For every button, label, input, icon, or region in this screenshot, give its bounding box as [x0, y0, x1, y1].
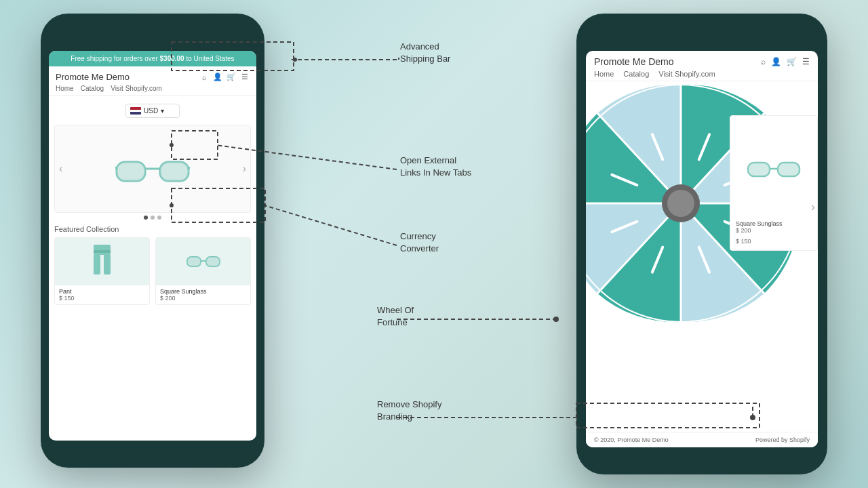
left-nav-icons: ⌕ 👤 🛒 ☰	[199, 73, 250, 82]
user-icon[interactable]: 👤	[213, 73, 222, 82]
side-product-price2: $ 150	[736, 238, 812, 245]
svg-line-51	[264, 205, 397, 245]
pant-info: Pant $ 150	[55, 285, 149, 304]
annotation-wheel: Wheel OfFortune	[377, 304, 414, 329]
side-sunglass-icon	[747, 155, 801, 185]
svg-rect-10	[94, 250, 111, 253]
sunglass-name: Square Sunglass	[160, 288, 246, 295]
left-phone-screen: Free shipping for orders over $300.00 to…	[49, 51, 256, 441]
left-nav-catalog[interactable]: Catalog	[81, 85, 104, 92]
currency-label: USD	[144, 107, 158, 115]
featured-title: Featured Collection	[54, 225, 251, 233]
product-grid: Pant $ 150 Sq	[54, 237, 251, 305]
svg-rect-41	[748, 163, 770, 176]
right-footer: © 2020, Promote Me Demo Powered by Shopi…	[586, 432, 818, 447]
right-nav-home[interactable]: Home	[594, 70, 614, 78]
right-phone: Promote Me Demo ⌕ 👤 🛒 ☰ Home Catalog Vis…	[576, 14, 827, 474]
shipping-bar: Free shipping for orders over $300.00 to…	[49, 51, 256, 66]
svg-rect-42	[778, 163, 800, 176]
cart-icon[interactable]: 🛒	[226, 73, 236, 82]
left-store-nav: Promote Me Demo ⌕ 👤 🛒 ☰ Home Catalog Vis…	[49, 66, 256, 96]
svg-rect-9	[104, 254, 111, 274]
annotation-currency-text: CurrencyConverter	[400, 230, 439, 255]
dot-3	[157, 216, 161, 220]
svg-rect-5	[117, 162, 145, 181]
product-carousel: ‹ ›	[54, 125, 251, 213]
right-store-name: Promote Me Demo	[594, 56, 673, 67]
sunglass-small-icon	[186, 251, 220, 272]
menu-icon[interactable]: ☰	[240, 73, 250, 82]
pants-icon	[90, 245, 114, 279]
sunglasses-main-icon	[115, 148, 190, 189]
carousel-prev[interactable]: ‹	[59, 163, 62, 175]
currency-converter[interactable]: USD ▾	[125, 104, 180, 118]
currency-chevron: ▾	[161, 107, 164, 115]
carousel-next[interactable]: ›	[243, 163, 246, 175]
left-store-name: Promote Me Demo	[56, 72, 130, 82]
annotation-shipping: AdvancedShipping Bar	[400, 41, 450, 65]
annotation-remove-branding: Remove ShopifyBranding	[377, 399, 441, 423]
svg-point-55	[553, 317, 559, 322]
left-nav-home[interactable]: Home	[56, 85, 74, 92]
left-phone: Free shipping for orders over $300.00 to…	[41, 14, 264, 468]
side-product-card: Square Sunglass $ 200 $ 150	[730, 115, 818, 251]
left-nav-shopify[interactable]: Visit Shopify.com	[111, 85, 162, 92]
pant-img	[55, 238, 149, 285]
svg-rect-8	[94, 254, 100, 274]
pant-price: $ 150	[59, 295, 145, 302]
annotation-shipping-text: AdvancedShipping Bar	[400, 41, 450, 65]
right-nav-icons: ⌕ 👤 🛒 ☰	[761, 57, 810, 66]
product-card-pant: Pant $ 150	[54, 237, 150, 305]
sunglass-price: $ 200	[160, 295, 246, 302]
dot-1	[144, 216, 148, 220]
featured-section: Featured Collection Pant $ 150	[49, 220, 256, 305]
annotation-external-links-text: Open ExternalLinks In New Tabs	[400, 155, 471, 179]
right-menu-icon[interactable]: ☰	[802, 57, 810, 66]
svg-rect-7	[94, 245, 111, 255]
footer-copyright: © 2020, Promote Me Demo	[594, 436, 669, 443]
left-nav-links: Home Catalog Visit Shopify.com	[56, 85, 250, 92]
right-nav-shopify[interactable]: Visit Shopify.com	[658, 70, 715, 78]
right-user-icon[interactable]: 👤	[771, 57, 781, 66]
right-nav-links: Home Catalog Visit Shopify.com	[594, 70, 810, 78]
right-phone-screen: Promote Me Demo ⌕ 👤 🛒 ☰ Home Catalog Vis…	[586, 51, 818, 447]
right-arrow[interactable]: ›	[811, 200, 815, 214]
side-product-img	[736, 121, 812, 218]
annotation-wheel-text: Wheel OfFortune	[377, 304, 414, 329]
svg-rect-6	[160, 162, 189, 181]
annotation-remove-branding-text: Remove ShopifyBranding	[377, 399, 441, 423]
wheel-container: Square Sunglass $ 200 $ 150 ›	[586, 81, 818, 332]
svg-rect-14	[187, 257, 201, 266]
right-store-nav: Promote Me Demo ⌕ 👤 🛒 ☰ Home Catalog Vis…	[586, 51, 818, 81]
svg-rect-15	[206, 257, 220, 266]
dot-2	[151, 216, 155, 220]
annotation-external-links: Open ExternalLinks In New Tabs	[400, 155, 471, 179]
annotation-currency: CurrencyConverter	[400, 230, 439, 255]
us-flag	[130, 107, 141, 115]
footer-powered: Powered by Shopify	[755, 436, 810, 443]
svg-line-4	[189, 163, 190, 169]
product-card-sunglass: Square Sunglass $ 200	[155, 237, 251, 305]
search-icon[interactable]: ⌕	[199, 73, 209, 82]
left-phone-notch	[119, 26, 186, 38]
svg-line-3	[115, 163, 117, 169]
pant-name: Pant	[59, 288, 145, 295]
right-cart-icon[interactable]: 🛒	[787, 57, 797, 66]
right-phone-notch	[668, 26, 736, 38]
svg-point-46	[293, 58, 297, 62]
side-product-price: $ 200	[736, 227, 812, 234]
side-product-name: Square Sunglass	[736, 220, 812, 227]
sunglass-img	[156, 238, 250, 285]
right-nav-catalog[interactable]: Catalog	[623, 70, 649, 78]
sunglass-info: Square Sunglass $ 200	[156, 285, 250, 304]
svg-point-35	[667, 190, 694, 217]
right-search-icon[interactable]: ⌕	[761, 57, 766, 66]
